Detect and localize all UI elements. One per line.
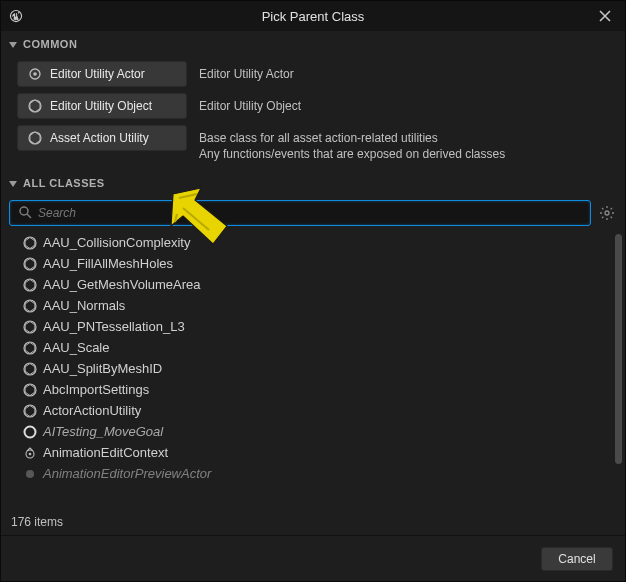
titlebar: Pick Parent Class bbox=[1, 1, 625, 31]
class-icon bbox=[23, 236, 37, 250]
class-item-label: AAU_GetMeshVolumeArea bbox=[43, 277, 201, 292]
class-list[interactable]: AAU_CollisionComplexityAAU_FillAllMeshHo… bbox=[1, 230, 625, 513]
class-item-label: AITesting_MoveGoal bbox=[43, 424, 163, 439]
class-icon bbox=[23, 299, 37, 313]
class-item[interactable]: AITesting_MoveGoal bbox=[23, 421, 617, 442]
button-label: Asset Action Utility bbox=[50, 131, 149, 145]
class-item[interactable]: AbcImportSettings bbox=[23, 379, 617, 400]
class-item[interactable]: AAU_PNTessellation_L3 bbox=[23, 316, 617, 337]
common-section-header[interactable]: COMMON bbox=[1, 31, 625, 57]
button-label: Editor Utility Actor bbox=[50, 67, 145, 81]
search-field[interactable] bbox=[9, 200, 591, 226]
all-classes-section-header[interactable]: ALL CLASSES bbox=[1, 170, 625, 196]
class-description: Editor Utility Object bbox=[199, 93, 617, 114]
class-item[interactable]: AnimationEditContext bbox=[23, 442, 617, 463]
items-count-label: 176 items bbox=[1, 513, 625, 535]
class-item-label: ActorActionUtility bbox=[43, 403, 141, 418]
svg-point-2 bbox=[29, 100, 41, 112]
pick-parent-class-dialog: Pick Parent Class COMMON Editor Utility … bbox=[0, 0, 626, 582]
actor-icon bbox=[28, 67, 42, 81]
class-item[interactable]: ActorActionUtility bbox=[23, 400, 617, 421]
class-item-label: AAU_FillAllMeshHoles bbox=[43, 256, 173, 271]
editor-utility-object-button[interactable]: Editor Utility Object bbox=[17, 93, 187, 119]
class-description: Base class for all asset action-related … bbox=[199, 125, 617, 162]
class-item-label: AAU_CollisionComplexity bbox=[43, 235, 190, 250]
editor-utility-actor-button[interactable]: Editor Utility Actor bbox=[17, 61, 187, 87]
svg-point-15 bbox=[24, 405, 36, 417]
class-item-label: AAU_Scale bbox=[43, 340, 109, 355]
class-item[interactable]: AAU_GetMeshVolumeArea bbox=[23, 274, 617, 295]
class-item[interactable]: AAU_CollisionComplexity bbox=[23, 232, 617, 253]
unreal-logo-icon bbox=[9, 9, 23, 23]
search-input[interactable] bbox=[38, 206, 582, 220]
class-item[interactable]: AAU_FillAllMeshHoles bbox=[23, 253, 617, 274]
class-item[interactable]: AAU_Normals bbox=[23, 295, 617, 316]
scrollbar-thumb[interactable] bbox=[615, 234, 622, 464]
class-icon bbox=[23, 446, 37, 460]
svg-point-14 bbox=[24, 384, 36, 396]
common-header-label: COMMON bbox=[23, 38, 77, 50]
svg-point-10 bbox=[24, 300, 36, 312]
settings-button[interactable] bbox=[597, 203, 617, 223]
common-row: Editor Utility Object Editor Utility Obj… bbox=[17, 93, 617, 119]
class-icon bbox=[23, 425, 37, 439]
cancel-button[interactable]: Cancel bbox=[541, 547, 613, 571]
class-item[interactable]: AAU_SplitByMeshID bbox=[23, 358, 617, 379]
class-icon bbox=[23, 341, 37, 355]
object-icon bbox=[28, 131, 42, 145]
common-list: Editor Utility Actor Editor Utility Acto… bbox=[1, 57, 625, 170]
dialog-title: Pick Parent Class bbox=[1, 9, 625, 24]
svg-point-11 bbox=[24, 321, 36, 333]
svg-point-3 bbox=[29, 132, 41, 144]
svg-line-5 bbox=[27, 214, 31, 218]
class-item-label: AnimationEditorPreviewActor bbox=[43, 466, 211, 481]
close-button[interactable] bbox=[593, 4, 617, 28]
class-item-label: AnimationEditContext bbox=[43, 445, 168, 460]
svg-point-7 bbox=[24, 237, 36, 249]
class-description: Editor Utility Actor bbox=[199, 61, 617, 82]
search-row bbox=[1, 196, 625, 230]
svg-point-1 bbox=[33, 72, 37, 76]
all-classes-header-label: ALL CLASSES bbox=[23, 177, 105, 189]
object-icon bbox=[28, 99, 42, 113]
button-label: Editor Utility Object bbox=[50, 99, 152, 113]
common-row: Asset Action Utility Base class for all … bbox=[17, 125, 617, 162]
class-item[interactable]: AAU_Scale bbox=[23, 337, 617, 358]
class-item-label: AAU_SplitByMeshID bbox=[43, 361, 162, 376]
chevron-down-icon bbox=[9, 181, 17, 187]
class-item[interactable]: AnimationEditorPreviewActor bbox=[23, 463, 617, 484]
class-icon bbox=[23, 404, 37, 418]
search-icon bbox=[18, 205, 32, 222]
svg-point-18 bbox=[29, 452, 32, 455]
class-icon bbox=[23, 320, 37, 334]
dialog-footer: Cancel bbox=[1, 535, 625, 581]
class-icon bbox=[23, 467, 37, 481]
asset-action-utility-button[interactable]: Asset Action Utility bbox=[17, 125, 187, 151]
class-list-panel: AAU_CollisionComplexityAAU_FillAllMeshHo… bbox=[1, 230, 625, 535]
chevron-down-icon bbox=[9, 42, 17, 48]
svg-point-16 bbox=[25, 426, 36, 437]
class-item-label: AAU_PNTessellation_L3 bbox=[43, 319, 185, 334]
svg-point-19 bbox=[26, 470, 34, 478]
class-icon bbox=[23, 362, 37, 376]
common-row: Editor Utility Actor Editor Utility Acto… bbox=[17, 61, 617, 87]
class-icon bbox=[23, 278, 37, 292]
svg-point-9 bbox=[24, 279, 36, 291]
svg-point-6 bbox=[605, 211, 609, 215]
svg-point-12 bbox=[24, 342, 36, 354]
class-item-label: AAU_Normals bbox=[43, 298, 125, 313]
svg-point-8 bbox=[24, 258, 36, 270]
class-icon bbox=[23, 257, 37, 271]
svg-point-13 bbox=[24, 363, 36, 375]
svg-point-4 bbox=[20, 207, 28, 215]
class-icon bbox=[23, 383, 37, 397]
class-item-label: AbcImportSettings bbox=[43, 382, 149, 397]
